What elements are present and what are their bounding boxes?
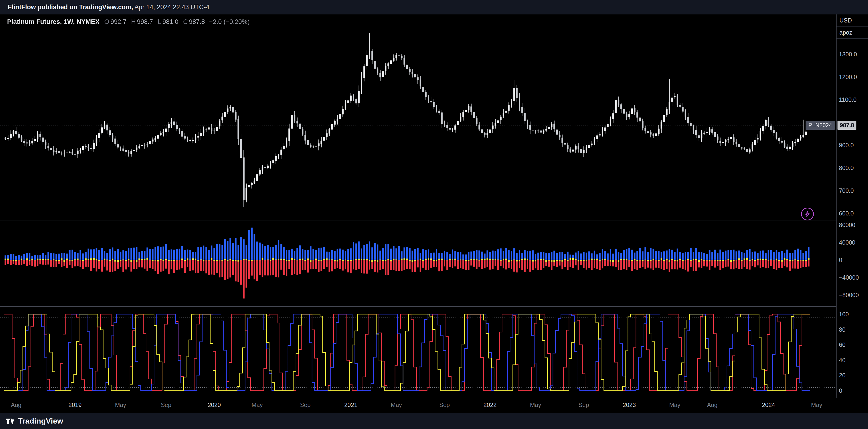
chart-area: Platinum Futures, 1W, NYMEX O992.7 H998.… — [0, 15, 868, 413]
price-axis-label: 1200.0 — [839, 74, 857, 81]
last-price-row: PLN2024 987.8 — [0, 121, 868, 130]
oscillator-axis-label: 40 — [839, 356, 845, 364]
oscillator-axis-label: 80 — [839, 326, 845, 333]
last-price-tag: 987.8 — [837, 121, 857, 130]
time-axis-label: 2019 — [69, 402, 82, 408]
volume-axis-label: −40000 — [839, 274, 859, 281]
time-axis-label: 2020 — [208, 402, 221, 408]
pane-divider-volume[interactable] — [0, 220, 868, 221]
price-chart-canvas[interactable] — [0, 15, 868, 413]
price-axis-label: 600.0 — [839, 210, 854, 217]
volume-axis-label: 40000 — [839, 239, 856, 246]
time-axis-label: May — [391, 402, 402, 408]
time-axis-label: Sep — [300, 402, 311, 408]
price-axis-label: 1300.0 — [839, 51, 857, 58]
pane-divider-oscillator[interactable] — [0, 306, 868, 307]
oscillator-axis-label: 20 — [839, 372, 845, 379]
oscillator-axis-label: 100 — [839, 311, 849, 318]
ohlc-close: C987.8 — [183, 18, 205, 26]
publish-author-text: FlintFlow published on TradingView.com, — [8, 4, 133, 11]
time-axis-label: Aug — [707, 402, 717, 408]
oscillator-axis-label: 60 — [839, 341, 845, 348]
boost-button[interactable] — [801, 208, 814, 221]
currency-label: USD — [837, 15, 868, 27]
tradingview-logo-icon[interactable] — [6, 418, 15, 425]
price-axis-label: 900.0 — [839, 142, 854, 149]
ohlc-low: L981.0 — [158, 18, 179, 26]
time-axis-label: Sep — [161, 402, 171, 408]
time-axis-label: May — [530, 402, 541, 408]
publish-date-text: Apr 14, 2024 22:43 UTC-4 — [133, 4, 210, 11]
price-axis[interactable]: USD apoz 1300.01200.01100.0900.0800.0700… — [836, 15, 868, 413]
unit-label: apoz — [837, 27, 868, 38]
time-axis-label: May — [669, 402, 680, 408]
ohlc-open: O992.7 — [104, 18, 127, 26]
ohlc-high: H998.7 — [131, 18, 153, 26]
time-axis-label: May — [251, 402, 262, 408]
symbol-title[interactable]: Platinum Futures, 1W, NYMEX — [7, 18, 100, 26]
price-axis-label: 1100.0 — [839, 96, 857, 103]
time-axis-label: 2024 — [762, 402, 775, 408]
time-axis-label: 2021 — [344, 402, 358, 408]
time-axis-label: 2022 — [484, 402, 497, 408]
time-axis-label: Aug — [11, 402, 21, 408]
series-symbol-tag: PLN2024 — [806, 121, 835, 130]
time-axis-label: May — [115, 402, 126, 408]
footer: TradingView — [0, 413, 868, 429]
price-axis-label: 700.0 — [839, 187, 854, 194]
volume-axis-label: 80000 — [839, 221, 856, 228]
lightning-icon — [804, 210, 811, 218]
time-axis-label: 2023 — [623, 402, 636, 408]
time-axis-label: Sep — [579, 402, 589, 408]
change-text: −2.0 (−0.20%) — [209, 18, 250, 26]
time-axis[interactable]: Aug2019MaySep2020MaySep2021MaySep2022May… — [0, 398, 868, 413]
volume-axis-label: 0 — [839, 256, 842, 263]
publish-bar: FlintFlow published on TradingView.com, … — [0, 0, 868, 15]
tradingview-wordmark[interactable]: TradingView — [18, 417, 63, 425]
price-axis-label: 800.0 — [839, 164, 854, 171]
chart-legend[interactable]: Platinum Futures, 1W, NYMEX O992.7 H998.… — [7, 18, 250, 26]
oscillator-axis-label: 0 — [839, 387, 842, 394]
time-axis-label: Sep — [439, 402, 450, 408]
time-axis-label: May — [811, 402, 822, 408]
volume-axis-label: −80000 — [839, 291, 859, 298]
